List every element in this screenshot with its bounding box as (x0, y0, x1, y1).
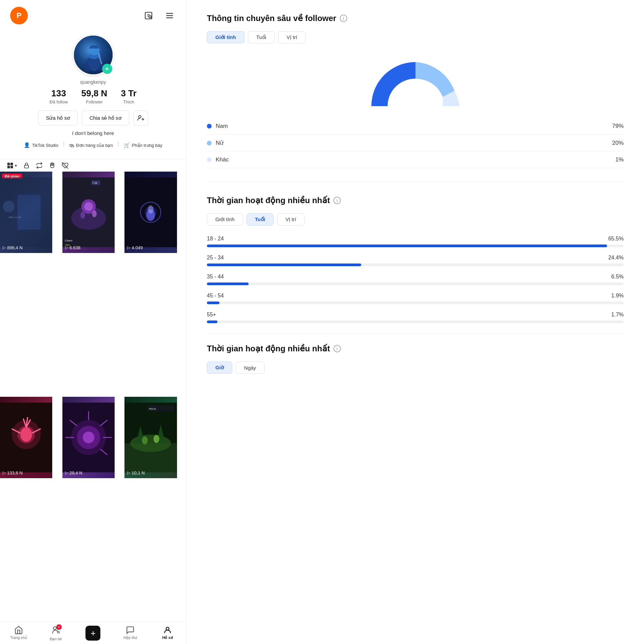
top-bar-right (142, 9, 176, 22)
showcase-icon: 🛒 (124, 142, 130, 148)
active-hours-title: Thời gian hoạt động nhiều nhất i (207, 344, 624, 353)
orders-link[interactable]: 🛍 Đơn hàng của bạn (66, 141, 116, 150)
follower-section-title: Thông tin chuyên sâu về follower i (207, 14, 624, 23)
svg-point-1 (149, 16, 151, 18)
profile-section: + quangkenpy 133 Đã follow 59,8 N Follow… (0, 31, 186, 159)
bar-55plus-fill (207, 320, 217, 323)
svg-point-19 (3, 201, 15, 212)
tab-hour[interactable]: Giờ (207, 362, 232, 374)
bar-55plus-header: 55+ 1.7% (207, 312, 624, 318)
nav-home[interactable]: Trang chủ (0, 624, 37, 643)
tab-location-1[interactable]: Vị trí (278, 31, 306, 43)
legend-female-left: Nữ (207, 139, 223, 147)
svg-text:Đấu chuẩn: Đấu chuẩn (9, 215, 22, 219)
svg-point-25 (84, 202, 93, 211)
nav-friends[interactable]: 8 Bạn bè (37, 624, 75, 643)
video-cell-6[interactable]: Rút lui ▷ 10,1 N (124, 397, 177, 478)
bar-55plus-track (207, 320, 624, 323)
tab-age-2[interactable]: Tuổi (247, 213, 274, 226)
add-content-button[interactable]: + (85, 626, 100, 641)
bar-25-34-header: 25 - 34 24.4% (207, 255, 624, 261)
view-count-6: ▷ 10,1 N (127, 470, 144, 475)
svg-rect-14 (7, 166, 10, 169)
add-friend-button[interactable] (133, 111, 148, 125)
tab-gender-2[interactable]: Giới tính (207, 213, 243, 226)
svg-text:7  48: 7 48 (92, 181, 97, 184)
tab-day[interactable]: Ngày (236, 362, 265, 374)
other-dot (207, 157, 212, 162)
divider-1 (207, 182, 624, 182)
bookmark-icon[interactable] (142, 9, 155, 22)
view-count-5: ▷ 29,4 N (65, 470, 82, 475)
bar-35-44-track (207, 282, 624, 285)
svg-point-61 (142, 436, 148, 445)
legend-female: Nữ 20% (207, 135, 624, 152)
video-cell-2[interactable]: 7 48 Cham! +60v ▷ 6.638 (62, 172, 115, 253)
tab-gender-1[interactable]: Giới tính (207, 31, 245, 43)
lock-filter-btn[interactable] (23, 162, 30, 169)
divider-2 (207, 333, 624, 334)
quick-links: 👤 TikTok Studio | 🛍 Đơn hàng của bạn | 🛒… (18, 141, 168, 150)
nav-add[interactable]: + (75, 624, 112, 643)
play-icon-6: ▷ (127, 470, 130, 475)
hand-filter-btn[interactable] (49, 162, 56, 169)
avatar-wrap: + (73, 35, 114, 75)
nav-home-label: Trang chủ (10, 636, 27, 640)
bio: I don't belong here (72, 130, 114, 136)
bar-45-54-track (207, 301, 624, 304)
bar-45-54-header: 45 - 54 1.9% (207, 293, 624, 299)
showcase-label: Phần trưng bày (132, 143, 162, 148)
svg-point-66 (166, 627, 169, 630)
follower-label: Follower (81, 99, 108, 104)
female-dot (207, 141, 212, 145)
share-profile-button[interactable]: Chia sẻ hồ sơ (82, 111, 129, 125)
svg-point-65 (53, 627, 56, 630)
follower-info-section: Thông tin chuyên sâu về follower i Giới … (207, 14, 624, 168)
svg-rect-13 (11, 163, 13, 165)
video-cell-3[interactable]: ▷ 4.049 (124, 172, 177, 253)
view-count-1: ▷ 896,4 N (3, 245, 23, 250)
add-follow-btn[interactable]: + (102, 64, 112, 74)
svg-point-49 (83, 432, 94, 443)
tiktok-studio-icon: 👤 (24, 142, 30, 148)
male-label: Nam (216, 123, 228, 130)
bar-18-24-label: 18 - 24 (207, 236, 224, 242)
stat-following: 133 Đã follow (50, 88, 67, 104)
video-cell-1[interactable]: Đã ghim Đấu chuẩn ▷ 896,4 N (0, 172, 52, 253)
active-time-info-icon[interactable]: i (333, 197, 341, 204)
video-cell-4[interactable]: ▷ 133,8 N (0, 397, 52, 478)
grid-dropdown: ▾ (15, 163, 17, 168)
active-hours-info-icon[interactable]: i (333, 345, 341, 352)
tab-location-2[interactable]: Vị trí (277, 213, 305, 226)
tiktok-studio-link[interactable]: 👤 TikTok Studio (21, 141, 61, 150)
platform-icon[interactable]: P (10, 7, 28, 24)
menu-icon[interactable] (163, 9, 176, 22)
repost-filter-btn[interactable] (36, 162, 43, 169)
svg-point-9 (138, 116, 141, 118)
legend-other: Khác 1% (207, 152, 624, 168)
grid-filter-btn[interactable]: ▾ (7, 162, 17, 169)
svg-text:Cham!: Cham! (65, 239, 73, 242)
bar-18-24-header: 18 - 24 65.5% (207, 236, 624, 242)
edit-profile-button[interactable]: Sửa hồ sơ (38, 111, 78, 125)
bar-45-54-pct: 1.9% (611, 293, 624, 299)
play-icon-5: ▷ (65, 470, 68, 475)
tab-age-1[interactable]: Tuổi (248, 31, 275, 43)
showcase-link[interactable]: 🛒 Phần trưng bày (121, 141, 165, 150)
donut-chart (368, 54, 463, 108)
bar-18-24-fill (207, 245, 607, 247)
view-count-3: ▷ 4.049 (127, 245, 143, 250)
svg-text:Rút lui: Rút lui (149, 408, 156, 410)
nav-inbox[interactable]: Hộp thư (112, 624, 149, 643)
nav-profile[interactable]: Hồ sơ (149, 624, 186, 643)
likes-value: 3 Tr (121, 88, 136, 99)
video-cell-5[interactable]: ▷ 29,4 N (62, 397, 115, 478)
bar-35-44-label: 35 - 44 (207, 274, 224, 280)
svg-rect-16 (24, 165, 28, 168)
male-dot (207, 124, 212, 129)
stat-follower: 59,8 N Follower (81, 88, 108, 104)
legend-male: Nam 79% (207, 118, 624, 135)
heart-off-filter-btn[interactable] (62, 162, 69, 169)
female-label: Nữ (216, 139, 223, 147)
follower-info-icon[interactable]: i (340, 15, 347, 22)
